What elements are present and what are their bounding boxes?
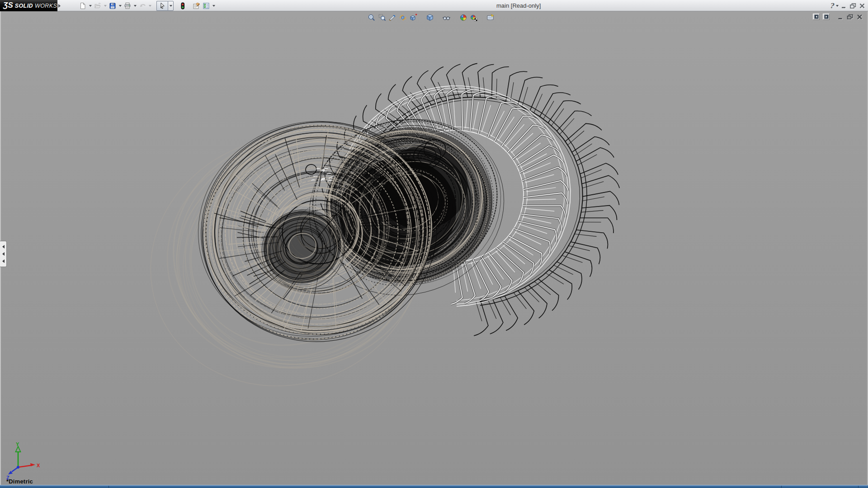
view-settings-button[interactable] — [485, 13, 495, 22]
new-document-dropdown[interactable] — [88, 1, 93, 11]
hide-show-items-button[interactable] — [441, 13, 452, 22]
triad-x-label: X — [37, 463, 40, 468]
save-dropdown[interactable] — [118, 1, 123, 11]
statusbar-separator — [858, 486, 859, 488]
minimize-button[interactable] — [841, 1, 847, 11]
options-dropdown[interactable] — [211, 1, 216, 11]
select-tool-group — [156, 1, 174, 11]
brand-text-works: WORKS — [35, 3, 57, 9]
brand-text-solid: SOLID — [15, 3, 33, 9]
apply-scene-button[interactable] — [468, 13, 479, 22]
help-dropdown-icon — [836, 5, 839, 8]
options-button[interactable] — [201, 1, 211, 11]
open-folder-icon — [94, 2, 101, 9]
save-icon — [109, 2, 116, 9]
statusbar-strip — [0, 485, 868, 488]
menu-expand-arrow[interactable] — [58, 2, 64, 9]
zoom-to-area-button[interactable] — [377, 13, 387, 22]
restore-document-button[interactable] — [847, 14, 854, 20]
select-tool-button[interactable] — [156, 1, 168, 11]
select-cursor-icon — [159, 2, 166, 9]
new-document-button[interactable] — [78, 1, 88, 11]
titlebar: ƷS SOLIDWORKS — [0, 0, 868, 11]
help-dropdown[interactable] — [836, 1, 839, 11]
feature-manager-collapsed-tab[interactable] — [0, 241, 7, 267]
close-document-button[interactable] — [857, 14, 863, 20]
close-icon — [859, 3, 865, 9]
statusbar-separator — [781, 486, 782, 488]
view-settings-icon — [486, 14, 495, 22]
minimize-document-icon — [838, 14, 844, 20]
help-button[interactable]: ? — [830, 1, 834, 11]
appearance-ball-icon — [459, 14, 467, 22]
stoplight-icon — [179, 2, 186, 9]
apply-scene-icon — [470, 14, 478, 22]
sketch-note-button[interactable] — [191, 1, 201, 11]
close-button[interactable] — [859, 1, 865, 11]
print-dropdown[interactable] — [132, 1, 137, 11]
engine-wireframe — [0, 11, 868, 488]
next-window-icon — [824, 14, 829, 19]
statusbar-separator — [108, 486, 109, 488]
solidworks-logo[interactable]: ƷS SOLIDWORKS — [0, 0, 57, 11]
triad-y-label: Y — [16, 442, 19, 447]
undo-button[interactable] — [137, 1, 147, 11]
section-view-button[interactable] — [387, 13, 397, 22]
solidworks-logo-mark: ƷS — [3, 1, 13, 9]
window-title: main [Read-only] — [496, 2, 541, 9]
print-icon — [124, 2, 131, 9]
previous-window-icon — [814, 14, 819, 19]
eyeglasses-icon — [442, 14, 451, 22]
undo-dropdown[interactable] — [147, 1, 152, 11]
document-window-controls — [813, 14, 863, 20]
undo-icon — [139, 2, 146, 9]
view-orientation-button[interactable] — [408, 13, 418, 22]
expand-left-icon — [0, 259, 5, 263]
restore-document-icon — [847, 14, 854, 20]
zoom-to-area-icon — [378, 14, 386, 22]
close-document-icon — [857, 14, 863, 20]
open-document-button[interactable] — [93, 1, 103, 11]
triad-z-label: Z — [6, 475, 9, 480]
window-controls: ? — [830, 0, 865, 11]
minimize-document-button[interactable] — [838, 14, 844, 20]
next-window-button[interactable] — [823, 14, 830, 20]
save-button[interactable] — [108, 1, 118, 11]
rotate-view-button[interactable] — [397, 13, 408, 22]
zoom-to-fit-button[interactable] — [366, 13, 377, 22]
rotate-view-icon — [399, 14, 407, 22]
flyout-arrow-icon — [58, 4, 62, 8]
options-checklist-icon — [203, 2, 210, 9]
zoom-to-fit-icon — [368, 14, 376, 22]
headsup-view-toolbar — [366, 13, 495, 22]
open-document-dropdown[interactable] — [103, 1, 108, 11]
standard-toolbar — [78, 0, 216, 11]
edit-appearance-button[interactable] — [458, 13, 468, 22]
expand-left-icon — [0, 245, 5, 249]
expand-left-icon — [0, 252, 5, 256]
section-view-icon — [388, 14, 396, 22]
view-orientation-icon — [409, 14, 417, 22]
restore-icon — [849, 3, 857, 9]
minimize-icon — [841, 3, 847, 9]
display-style-icon — [426, 14, 434, 22]
new-document-icon — [79, 2, 86, 9]
sketch-note-icon — [193, 2, 200, 9]
restore-button[interactable] — [849, 1, 857, 11]
reference-triad: Y X Z — [3, 442, 43, 480]
display-style-button[interactable] — [425, 13, 435, 22]
print-button[interactable] — [123, 1, 132, 11]
stoplight-button[interactable] — [178, 1, 188, 11]
select-tool-dropdown[interactable] — [168, 1, 174, 11]
previous-window-button[interactable] — [813, 14, 820, 20]
